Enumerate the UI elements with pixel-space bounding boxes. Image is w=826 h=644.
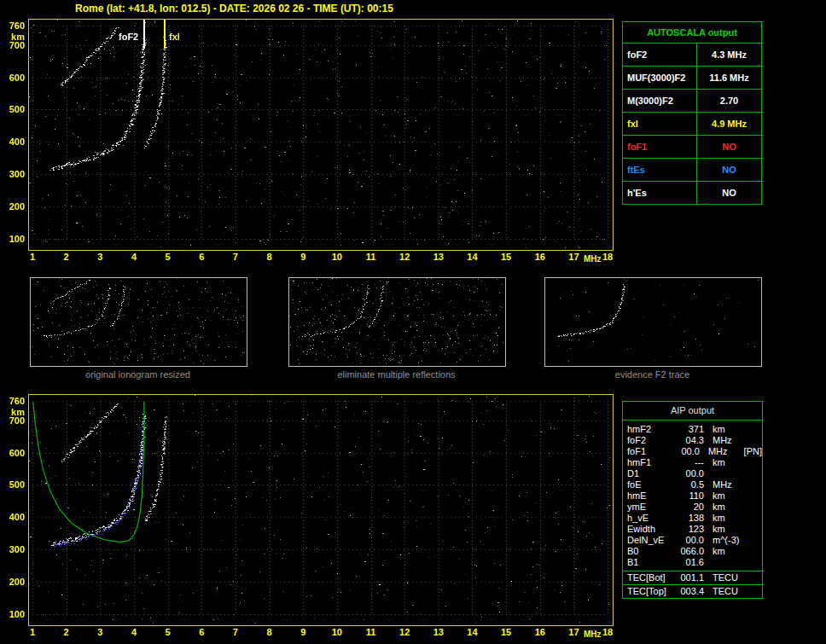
- table-row-fxl: fxl 4.9 MHz: [623, 113, 761, 136]
- x-tick-label: 2: [64, 627, 69, 637]
- x-tick-label: 6: [199, 252, 204, 262]
- aip-unit: [704, 468, 747, 479]
- row-value: 4.9 MHz: [697, 113, 761, 135]
- aip-row-tec-top: TEC[Top]003.4TECU: [623, 584, 762, 598]
- mini-caption-evidence-f2: evidence F2 trace: [544, 369, 760, 380]
- aip-value: 04.3: [675, 435, 704, 446]
- aip-label: D1: [623, 468, 675, 479]
- autoscala-table-title: AUTOSCALA output: [623, 22, 761, 44]
- aip-label: h_vE: [623, 513, 675, 524]
- table-row-m3000f2: M(3000)F2 2.70: [623, 90, 761, 113]
- x-tick-label: 15: [501, 627, 511, 637]
- x-tick-label: 11: [366, 252, 376, 262]
- x-tick-label: 7: [233, 252, 238, 262]
- y-tick-label: 100: [2, 609, 25, 619]
- ionogram-plot-top: foF2 fxl: [28, 19, 614, 251]
- mini-panel-eliminate-reflections: [288, 277, 506, 367]
- x-axis-unit-label: MHz: [584, 254, 602, 264]
- table-row-foF2: foF2 4.3 MHz: [623, 44, 761, 67]
- aip-unit: km: [704, 524, 747, 535]
- x-tick-label: 5: [166, 252, 171, 262]
- mini-caption-eliminate-reflections: eliminate multiple reflections: [288, 369, 504, 380]
- aip-value: 00.0: [672, 446, 700, 457]
- aip-label: B0: [623, 546, 675, 557]
- foF2-marker-label: foF2: [119, 32, 138, 42]
- aip-unit: m^(-3): [704, 535, 747, 546]
- aip-unit: km: [704, 424, 747, 435]
- aip-label: TEC[Top]: [623, 585, 675, 598]
- aip-note: [747, 468, 750, 479]
- y-axis-unit-label: km: [2, 32, 25, 42]
- station-title: Rome (lat: +41.8, lon: 012.5) - DATE: 20…: [75, 3, 393, 15]
- aip-label: foF2: [623, 435, 675, 446]
- aip-note: [747, 479, 750, 490]
- aip-label: hmF1: [623, 457, 675, 468]
- row-value: NO: [697, 159, 761, 181]
- x-tick-label: 2: [64, 252, 69, 262]
- aip-label: hmF2: [623, 424, 675, 435]
- table-row-foF1: foF1 NO: [623, 136, 761, 159]
- aip-value: 001.1: [675, 571, 704, 584]
- x-tick-label: 12: [399, 252, 410, 262]
- y-tick-label: 760: [2, 20, 25, 31]
- y-tick-label: 500: [2, 104, 25, 114]
- x-tick-label: 16: [535, 252, 545, 262]
- x-tick-label: 12: [399, 627, 410, 637]
- table-row-hEs: h'Es NO: [623, 182, 761, 204]
- x-tick-label: 9: [300, 627, 305, 637]
- aip-row-hmF1: hmF1---km: [623, 457, 762, 468]
- aip-row-foE: foE0.5MHz: [623, 479, 762, 490]
- aip-table-title: AIP output: [623, 402, 762, 421]
- aip-rows: hmF2371km foF204.3MHz foF100.0MHz[PN] hm…: [623, 421, 762, 571]
- row-value: 11.6 MHz: [697, 67, 761, 89]
- row-value: 4.3 MHz: [697, 44, 761, 66]
- aip-row-DelNvE: DelN_vE00.0m^(-3): [623, 535, 762, 546]
- autoscala-window: Rome (lat: +41.8, lon: 012.5) - DATE: 20…: [0, 0, 826, 644]
- x-tick-label: 13: [433, 252, 444, 262]
- x-tick-label: 15: [501, 252, 511, 262]
- aip-row-D1: D100.0: [623, 468, 762, 479]
- y-tick-label: 500: [2, 479, 25, 490]
- mini-canvas-original: [31, 278, 245, 364]
- aip-value: 138: [675, 513, 704, 524]
- aip-row-tec-bot: TEC[Bot]001.1TECU: [623, 571, 762, 584]
- aip-row-Ewidth: Ewidth123km: [623, 524, 762, 535]
- row-label: M(3000)F2: [623, 90, 697, 112]
- x-tick-label: 10: [332, 627, 342, 637]
- aip-note: [PN]: [741, 446, 762, 457]
- row-label: h'Es: [623, 182, 697, 204]
- aip-note: [747, 424, 750, 435]
- table-row-muf3000f2: MUF(3000)F2 11.6 MHz: [623, 67, 761, 90]
- aip-value: 066.0: [675, 546, 704, 557]
- ionogram-canvas-top: [29, 20, 611, 248]
- aip-row-hmF2: hmF2371km: [623, 424, 762, 435]
- y-tick-label: 200: [2, 201, 25, 212]
- aip-note: [747, 524, 750, 535]
- x-tick-label: 8: [266, 252, 271, 262]
- x-axis-unit-label: MHz: [584, 629, 602, 640]
- x-tick-label: 14: [467, 627, 477, 637]
- aip-unit: MHz: [700, 446, 741, 457]
- aip-unit: TECU: [704, 585, 747, 598]
- aip-unit: km: [704, 502, 747, 513]
- aip-note: [747, 535, 750, 546]
- y-tick-label: 400: [2, 512, 25, 522]
- aip-label: hmE: [623, 490, 675, 502]
- fxl-marker-label: fxl: [169, 32, 180, 42]
- x-tick-label: 9: [300, 252, 305, 262]
- aip-unit: km: [704, 457, 747, 468]
- aip-label: foF1: [623, 446, 672, 457]
- row-value: NO: [697, 136, 761, 158]
- row-label: foF2: [623, 44, 697, 66]
- row-value: NO: [697, 182, 761, 204]
- autoscala-output-table: AUTOSCALA output foF2 4.3 MHz MUF(3000)F…: [622, 21, 762, 205]
- aip-row-B0: B0066.0km: [623, 546, 762, 557]
- x-tick-label: 8: [266, 627, 271, 637]
- aip-note: [747, 435, 750, 446]
- row-label: MUF(3000)F2: [623, 67, 697, 89]
- x-tick-label: 4: [131, 252, 137, 262]
- aip-note: [747, 457, 750, 468]
- aip-unit: MHz: [704, 435, 747, 446]
- aip-unit: km: [704, 490, 747, 502]
- x-tick-label: 13: [433, 627, 444, 637]
